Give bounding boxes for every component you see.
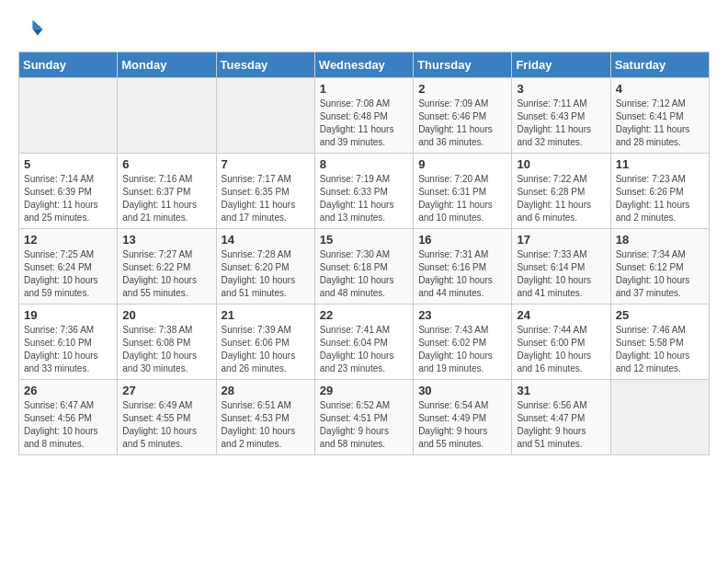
calendar-cell: 8Sunrise: 7:19 AM Sunset: 6:33 PM Daylig… [314,154,413,229]
day-number: 22 [320,308,408,322]
day-info: Sunrise: 7:33 AM Sunset: 6:14 PM Dayligh… [517,248,605,300]
calendar-cell: 2Sunrise: 7:09 AM Sunset: 6:46 PM Daylig… [414,78,512,154]
calendar-cell: 25Sunrise: 7:46 AM Sunset: 5:58 PM Dayli… [610,304,709,380]
calendar-cell: 4Sunrise: 7:12 AM Sunset: 6:41 PM Daylig… [610,78,709,154]
day-info: Sunrise: 7:16 AM Sunset: 6:37 PM Dayligh… [122,173,210,224]
day-info: Sunrise: 7:30 AM Sunset: 6:18 PM Dayligh… [320,248,408,300]
svg-marker-0 [32,20,42,29]
day-info: Sunrise: 7:39 AM Sunset: 6:06 PM Dayligh… [222,324,310,375]
day-number: 27 [122,384,210,397]
day-info: Sunrise: 7:44 AM Sunset: 6:00 PM Dayligh… [517,324,605,375]
day-number: 23 [418,308,506,322]
day-info: Sunrise: 7:31 AM Sunset: 6:16 PM Dayligh… [418,248,506,300]
day-number: 11 [616,157,704,171]
calendar-cell: 18Sunrise: 7:34 AM Sunset: 6:12 PM Dayli… [610,229,709,304]
calendar-cell: 28Sunrise: 6:51 AM Sunset: 4:53 PM Dayli… [216,380,314,455]
calendar-week-row: 1Sunrise: 7:08 AM Sunset: 6:48 PM Daylig… [19,78,710,154]
calendar-table: SundayMondayTuesdayWednesdayThursdayFrid… [18,52,710,455]
weekday-header: Sunday [19,52,118,78]
calendar-cell: 27Sunrise: 6:49 AM Sunset: 4:55 PM Dayli… [118,380,216,455]
weekday-header: Saturday [610,52,709,78]
day-number: 9 [418,157,506,171]
calendar-cell: 20Sunrise: 7:38 AM Sunset: 6:08 PM Dayli… [118,304,216,380]
weekday-header: Thursday [414,52,512,78]
weekday-header: Monday [118,52,216,78]
day-number: 24 [517,308,605,322]
day-info: Sunrise: 7:23 AM Sunset: 6:26 PM Dayligh… [616,173,704,224]
calendar-cell: 11Sunrise: 7:23 AM Sunset: 6:26 PM Dayli… [610,154,709,229]
calendar-week-row: 5Sunrise: 7:14 AM Sunset: 6:39 PM Daylig… [19,154,710,229]
calendar-cell: 15Sunrise: 7:30 AM Sunset: 6:18 PM Dayli… [314,229,413,304]
calendar-cell: 24Sunrise: 7:44 AM Sunset: 6:00 PM Dayli… [512,304,610,380]
day-number: 4 [616,82,704,96]
calendar-cell: 17Sunrise: 7:33 AM Sunset: 6:14 PM Dayli… [512,229,610,304]
day-info: Sunrise: 7:20 AM Sunset: 6:31 PM Dayligh… [418,173,506,224]
day-info: Sunrise: 7:19 AM Sunset: 6:33 PM Dayligh… [320,173,408,224]
day-info: Sunrise: 7:22 AM Sunset: 6:28 PM Dayligh… [517,173,605,224]
calendar-cell: 22Sunrise: 7:41 AM Sunset: 6:04 PM Dayli… [314,304,413,380]
day-number: 15 [320,233,408,247]
day-info: Sunrise: 6:56 AM Sunset: 4:47 PM Dayligh… [517,399,605,451]
day-number: 19 [24,308,112,322]
calendar-cell: 21Sunrise: 7:39 AM Sunset: 6:06 PM Dayli… [216,304,314,380]
day-number: 12 [24,233,112,247]
calendar-cell: 30Sunrise: 6:54 AM Sunset: 4:49 PM Dayli… [414,380,512,455]
calendar-cell [216,78,314,154]
day-number: 20 [122,308,210,322]
calendar-cell: 5Sunrise: 7:14 AM Sunset: 6:39 PM Daylig… [19,154,118,229]
calendar-cell: 19Sunrise: 7:36 AM Sunset: 6:10 PM Dayli… [19,304,118,380]
day-number: 13 [122,233,210,247]
logo [18,15,48,40]
day-number: 29 [320,384,408,397]
calendar-cell: 13Sunrise: 7:27 AM Sunset: 6:22 PM Dayli… [118,229,216,304]
day-info: Sunrise: 7:11 AM Sunset: 6:43 PM Dayligh… [517,98,605,149]
calendar-cell [118,78,216,154]
day-info: Sunrise: 6:52 AM Sunset: 4:51 PM Dayligh… [320,399,408,451]
calendar-cell: 1Sunrise: 7:08 AM Sunset: 6:48 PM Daylig… [314,78,413,154]
calendar-cell: 10Sunrise: 7:22 AM Sunset: 6:28 PM Dayli… [512,154,610,229]
day-number: 10 [517,157,605,171]
calendar-header-row: SundayMondayTuesdayWednesdayThursdayFrid… [19,52,710,78]
day-info: Sunrise: 7:25 AM Sunset: 6:24 PM Dayligh… [24,248,112,300]
calendar-week-row: 26Sunrise: 6:47 AM Sunset: 4:56 PM Dayli… [19,380,710,455]
day-number: 7 [222,157,310,171]
calendar-cell: 14Sunrise: 7:28 AM Sunset: 6:20 PM Dayli… [216,229,314,304]
calendar-cell: 6Sunrise: 7:16 AM Sunset: 6:37 PM Daylig… [118,154,216,229]
day-number: 28 [222,384,310,397]
day-info: Sunrise: 7:41 AM Sunset: 6:04 PM Dayligh… [320,324,408,375]
day-number: 18 [616,233,704,247]
day-info: Sunrise: 7:14 AM Sunset: 6:39 PM Dayligh… [24,173,112,224]
day-number: 2 [418,82,506,96]
day-info: Sunrise: 6:49 AM Sunset: 4:55 PM Dayligh… [122,399,210,451]
day-number: 6 [122,157,210,171]
svg-marker-1 [32,29,42,35]
day-info: Sunrise: 7:17 AM Sunset: 6:35 PM Dayligh… [222,173,310,224]
day-number: 26 [24,384,112,397]
calendar-cell: 12Sunrise: 7:25 AM Sunset: 6:24 PM Dayli… [19,229,118,304]
day-number: 25 [616,308,704,322]
day-info: Sunrise: 7:27 AM Sunset: 6:22 PM Dayligh… [122,248,210,300]
calendar-cell: 31Sunrise: 6:56 AM Sunset: 4:47 PM Dayli… [512,380,610,455]
weekday-header: Tuesday [216,52,314,78]
day-number: 31 [517,384,605,397]
calendar-cell [19,78,118,154]
calendar-cell: 26Sunrise: 6:47 AM Sunset: 4:56 PM Dayli… [19,380,118,455]
calendar-cell: 7Sunrise: 7:17 AM Sunset: 6:35 PM Daylig… [216,154,314,229]
day-info: Sunrise: 7:46 AM Sunset: 5:58 PM Dayligh… [616,324,704,375]
day-number: 17 [517,233,605,247]
day-number: 16 [418,233,506,247]
calendar-cell: 16Sunrise: 7:31 AM Sunset: 6:16 PM Dayli… [414,229,512,304]
calendar-cell: 3Sunrise: 7:11 AM Sunset: 6:43 PM Daylig… [512,78,610,154]
day-info: Sunrise: 6:54 AM Sunset: 4:49 PM Dayligh… [418,399,506,451]
day-info: Sunrise: 7:36 AM Sunset: 6:10 PM Dayligh… [24,324,112,375]
calendar-cell: 29Sunrise: 6:52 AM Sunset: 4:51 PM Dayli… [314,380,413,455]
day-info: Sunrise: 7:08 AM Sunset: 6:48 PM Dayligh… [320,98,408,149]
day-number: 5 [24,157,112,171]
day-info: Sunrise: 7:12 AM Sunset: 6:41 PM Dayligh… [616,98,704,149]
day-info: Sunrise: 7:38 AM Sunset: 6:08 PM Dayligh… [122,324,210,375]
day-info: Sunrise: 7:28 AM Sunset: 6:20 PM Dayligh… [222,248,310,300]
calendar-week-row: 12Sunrise: 7:25 AM Sunset: 6:24 PM Dayli… [19,229,710,304]
calendar-container: SundayMondayTuesdayWednesdayThursdayFrid… [0,0,728,474]
day-number: 8 [320,157,408,171]
weekday-header: Friday [512,52,610,78]
